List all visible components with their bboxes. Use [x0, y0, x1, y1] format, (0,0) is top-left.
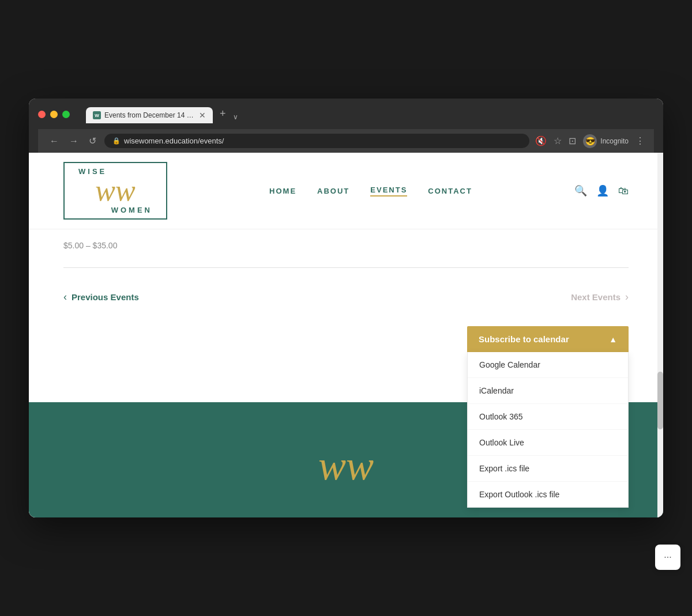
dropdown-icalendar[interactable]: iCalendar — [468, 378, 628, 404]
back-button[interactable]: ← — [47, 135, 61, 148]
logo-ww-text: ww — [95, 176, 135, 206]
pagination-row: ‹ Previous Events Next Events › — [63, 285, 629, 326]
browser-actions: 🔇 ☆ ⊡ 😎 Incognito ⋮ — [535, 134, 645, 148]
reload-button[interactable]: ↺ — [86, 134, 99, 148]
nav-item-about[interactable]: ABOUT — [317, 187, 349, 195]
price-range-text: $5.00 – $35.00 — [63, 229, 629, 267]
dropdown-google-calendar[interactable]: Google Calendar — [468, 352, 628, 378]
main-content: $5.00 – $35.00 ‹ Previous Events Next Ev… — [29, 229, 663, 402]
cart-icon-button[interactable]: 🛍 — [618, 185, 629, 197]
subscribe-dropdown: Google Calendar iCalendar Outlook 365 Ou… — [467, 352, 629, 508]
new-tab-button[interactable]: + — [215, 105, 231, 122]
dropdown-outlook-live[interactable]: Outlook Live — [468, 430, 628, 456]
site-logo[interactable]: WISE ww WOMEN — [63, 162, 167, 220]
subscribe-chevron-icon: ▲ — [609, 335, 617, 344]
forward-button[interactable]: → — [67, 135, 81, 148]
next-events-button[interactable]: Next Events › — [571, 291, 629, 303]
reader-mode-icon[interactable]: ⊡ — [569, 135, 576, 146]
site-nav: HOME ABOUT EVENTS CONTACT — [269, 186, 472, 196]
previous-events-label: Previous Events — [72, 292, 139, 302]
scrollbar-thumb[interactable] — [657, 372, 663, 429]
next-chevron-icon: › — [625, 291, 629, 303]
chat-icon: ··· — [664, 552, 671, 562]
spy-icon: 🔇 — [535, 135, 547, 146]
subscribe-to-calendar-button[interactable]: Subscribe to calendar ▲ — [467, 326, 629, 352]
nav-item-home[interactable]: HOME — [269, 187, 296, 195]
bookmark-icon[interactable]: ☆ — [554, 135, 562, 146]
dropdown-export-ics[interactable]: Export .ics file — [468, 456, 628, 482]
next-events-label: Next Events — [571, 292, 620, 302]
dropdown-outlook-365[interactable]: Outlook 365 — [468, 404, 628, 430]
logo-women-text: WOMEN — [111, 206, 152, 214]
url-text: wisewomen.education/events/ — [124, 137, 224, 145]
tab-title-text: Events from December 14 – Se — [104, 111, 195, 119]
subscribe-area: Subscribe to calendar ▲ Google Calendar … — [63, 326, 629, 364]
account-icon-button[interactable]: 👤 — [596, 184, 609, 197]
address-bar[interactable]: 🔒 wisewomen.education/events/ — [104, 134, 529, 148]
incognito-badge: 😎 Incognito — [583, 134, 629, 148]
chat-button[interactable]: ··· — [655, 545, 680, 570]
previous-events-button[interactable]: ‹ Previous Events — [63, 291, 139, 303]
site-header: WISE ww WOMEN HOME ABOUT EVENTS CONTACT … — [29, 153, 663, 229]
subscribe-button-label: Subscribe to calendar — [479, 334, 569, 344]
tab-bar: W Events from December 14 – Se ✕ + ∨ — [86, 105, 238, 123]
tab-favicon-icon: W — [93, 111, 101, 119]
tab-collapse-button[interactable]: ∨ — [233, 113, 238, 121]
incognito-label: Incognito — [600, 137, 629, 145]
nav-item-events[interactable]: EVENTS — [370, 186, 407, 196]
more-options-icon[interactable]: ⋮ — [635, 135, 645, 146]
browser-controls: W Events from December 14 – Se ✕ + ∨ — [38, 105, 654, 123]
subscribe-wrapper: Subscribe to calendar ▲ Google Calendar … — [467, 326, 629, 352]
close-window-button[interactable] — [38, 111, 46, 118]
minimize-window-button[interactable] — [50, 111, 58, 118]
dropdown-export-outlook-ics[interactable]: Export Outlook .ics file — [468, 482, 628, 507]
logo-area: WISE ww WOMEN — [63, 162, 167, 220]
incognito-icon: 😎 — [583, 134, 597, 148]
nav-icons: 🔍 👤 🛍 — [574, 184, 629, 197]
browser-titlebar: W Events from December 14 – Se ✕ + ∨ ← →… — [29, 99, 663, 153]
active-tab[interactable]: W Events from December 14 – Se ✕ — [86, 107, 213, 123]
website-content: WISE ww WOMEN HOME ABOUT EVENTS CONTACT … — [29, 153, 663, 517]
address-bar-row: ← → ↺ 🔒 wisewomen.education/events/ 🔇 ☆ … — [38, 129, 654, 153]
scrollbar-track — [657, 153, 663, 517]
tab-close-button[interactable]: ✕ — [199, 111, 206, 119]
nav-item-contact[interactable]: CONTACT — [428, 187, 472, 195]
browser-window: W Events from December 14 – Se ✕ + ∨ ← →… — [29, 99, 663, 517]
search-icon-button[interactable]: 🔍 — [574, 184, 587, 197]
footer-logo: ww — [318, 442, 374, 490]
maximize-window-button[interactable] — [62, 111, 70, 118]
prev-chevron-icon: ‹ — [63, 291, 67, 303]
lock-icon: 🔒 — [112, 137, 121, 145]
content-divider — [63, 267, 629, 268]
